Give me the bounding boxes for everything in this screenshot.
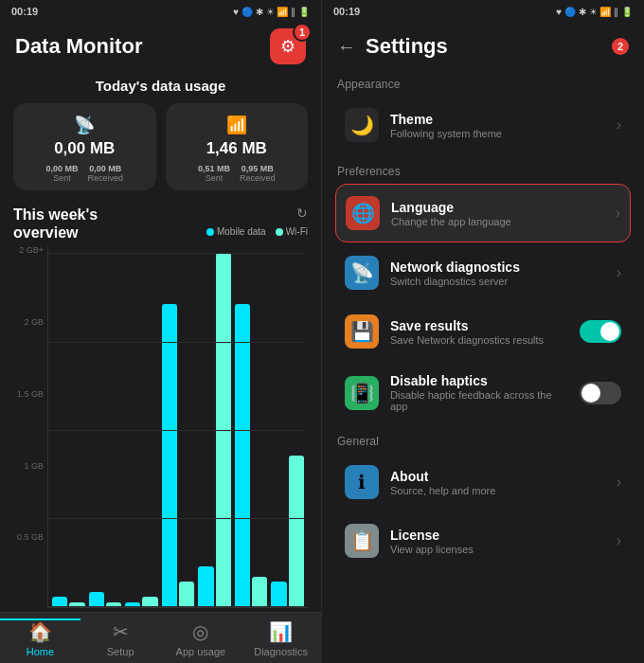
disable-haptics-name: Disable haptics <box>390 373 568 388</box>
bar-group <box>198 253 231 607</box>
theme-desc: Following system theme <box>390 128 605 139</box>
disable-haptics-text: Disable hapticsDisable haptic feedback a… <box>390 373 568 412</box>
license-desc: View app licenses <box>390 544 605 555</box>
right-panel: 00:19 ♥ 🔵 ✱ ☀ 📶 ∥ 🔋 ← Settings 2 Appeara… <box>322 0 644 663</box>
bar-mobile <box>235 304 250 607</box>
save-results-toggle[interactable] <box>580 320 621 343</box>
settings-item-save-results[interactable]: 💾Save resultsSave Network diagnostics re… <box>335 303 631 360</box>
wifi-sent-val: 0,51 MB <box>198 164 230 173</box>
settings-list: Appearance🌙ThemeFollowing system theme›P… <box>322 68 644 663</box>
setup-icon: ✂ <box>113 620 129 643</box>
appusage-icon: ◎ <box>192 620 208 643</box>
settings-item-license[interactable]: 📋LicenseView app licenses› <box>335 512 631 569</box>
bar-mobile <box>125 602 140 607</box>
settings-item-language[interactable]: 🌐LanguageChange the app language› <box>335 184 631 242</box>
mobile-card: 📡 0,00 MB 0,00 MB Sent 0,00 MB Received <box>13 103 156 190</box>
status-bar-right: 00:19 ♥ 🔵 ✱ ☀ 📶 ∥ 🔋 <box>322 0 644 21</box>
theme-text: ThemeFollowing system theme <box>390 112 605 139</box>
y-axis: 2 GB+ 2 GB 1.5 GB 1 GB 0.5 GB <box>13 245 44 608</box>
bars-area <box>47 245 308 608</box>
time-right: 00:19 <box>333 6 360 17</box>
nav-setup-label: Setup <box>107 646 134 657</box>
bar-group <box>235 253 268 607</box>
wifi-sent-label: Sent <box>206 173 224 183</box>
license-icon-wrap: 📋 <box>345 524 379 558</box>
mobile-received-label: Received <box>87 173 123 183</box>
refresh-icon[interactable]: ↻ <box>296 206 308 221</box>
nav-appusage-label: App usage <box>176 646 226 657</box>
about-chevron-icon: › <box>617 474 621 491</box>
overview-header: This week'soverview ↻ Mobile data Wi-Fi <box>0 202 321 245</box>
network-diagnostics-desc: Switch diagnostics server <box>390 276 605 287</box>
mobile-sent-label: Sent <box>53 173 71 183</box>
legend-mobile-label: Mobile data <box>217 226 266 237</box>
y-label-5: 2 GB+ <box>13 245 44 255</box>
settings-section-label: Preferences <box>335 155 631 184</box>
license-name: License <box>390 528 605 543</box>
today-label: Today's data usage <box>0 74 321 103</box>
license-text: LicenseView app licenses <box>390 528 605 555</box>
bar-group <box>89 253 122 607</box>
overview-title: This week'soverview <box>13 206 98 242</box>
disable-haptics-toggle-knob <box>581 384 600 403</box>
save-results-icon-wrap: 💾 <box>345 314 379 349</box>
badge-1: 1 <box>293 23 312 42</box>
disable-haptics-desc: Disable haptic feedback across the app <box>390 389 568 412</box>
wifi-received: 0,95 MB Received <box>240 164 276 183</box>
nav-setup[interactable]: ✂ Setup <box>80 620 161 657</box>
language-desc: Change the app language <box>391 216 604 227</box>
back-button[interactable]: ← <box>337 36 356 58</box>
mobile-sent-val: 0,00 MB <box>45 164 78 173</box>
nav-appusage[interactable]: ◎ App usage <box>161 620 242 657</box>
bar-mobile <box>89 592 104 607</box>
mobile-value: 0,00 MB <box>54 139 115 158</box>
legend-wifi: Wi-Fi <box>276 226 308 237</box>
bar-wifi <box>252 577 267 607</box>
diagnostics-icon: 📊 <box>269 620 293 643</box>
app-header: Data Monitor ⚙ 1 <box>0 21 321 74</box>
about-desc: Source, help and more <box>390 485 605 496</box>
heart-icon-left: ♥ <box>233 7 239 17</box>
home-icon: 🏠 <box>28 620 52 643</box>
settings-item-network-diagnostics[interactable]: 📡Network diagnosticsSwitch diagnostics s… <box>335 244 631 301</box>
settings-section-label: General <box>335 425 631 454</box>
gear-btn-wrap: ⚙ 1 <box>270 28 306 64</box>
bar-wifi <box>216 253 231 607</box>
nav-home[interactable]: 🏠 Home <box>0 618 80 657</box>
bar-wifi <box>142 597 157 607</box>
bottom-nav: 🏠 Home ✂ Setup ◎ App usage 📊 Diagnostics <box>0 612 321 663</box>
bar-mobile <box>198 566 213 607</box>
save-results-text: Save resultsSave Network diagnostics res… <box>390 318 568 346</box>
data-cards: 📡 0,00 MB 0,00 MB Sent 0,00 MB Received … <box>0 103 321 202</box>
network-diagnostics-text: Network diagnosticsSwitch diagnostics se… <box>390 260 605 287</box>
wifi-sent: 0,51 MB Sent <box>198 164 230 183</box>
bar-group <box>125 253 158 607</box>
wifi-icon: 📶 <box>226 115 247 135</box>
language-chevron-icon: › <box>616 205 620 222</box>
bar-group <box>162 253 195 607</box>
nav-diagnostics-label: Diagnostics <box>254 646 308 657</box>
y-label-4: 2 GB <box>13 317 44 327</box>
nav-diagnostics[interactable]: 📊 Diagnostics <box>241 620 321 657</box>
about-text: AboutSource, help and more <box>390 469 605 496</box>
disable-haptics-icon-wrap: 📳 <box>345 376 379 410</box>
disable-haptics-toggle[interactable] <box>580 382 621 404</box>
bar-wifi <box>106 602 121 607</box>
settings-item-theme[interactable]: 🌙ThemeFollowing system theme› <box>335 97 631 153</box>
bar-mobile <box>271 582 286 607</box>
wifi-sub: 0,51 MB Sent 0,95 MB Received <box>198 164 276 183</box>
mobile-sub: 0,00 MB Sent 0,00 MB Received <box>45 164 123 183</box>
wifi-card: 📶 1,46 MB 0,51 MB Sent 0,95 MB Received <box>166 103 309 190</box>
status-bar-left: 00:19 ♥ 🔵 ✱ ☀ 📶 ∥ 🔋 <box>0 0 321 21</box>
settings-item-disable-haptics[interactable]: 📳Disable hapticsDisable haptic feedback … <box>335 362 631 423</box>
legend-wifi-dot <box>276 228 283 236</box>
settings-item-about[interactable]: ℹAboutSource, help and more› <box>335 454 631 511</box>
legend-mobile-dot <box>206 228 214 236</box>
signal-icons-left: 🔵 ✱ ☀ 📶 ∥ 🔋 <box>242 7 310 17</box>
status-icons-left: ♥ 🔵 ✱ ☀ 📶 ∥ 🔋 <box>233 7 310 17</box>
settings-title: Settings <box>366 34 448 59</box>
save-results-desc: Save Network diagnostics results <box>390 334 568 346</box>
left-panel: 00:19 ♥ 🔵 ✱ ☀ 📶 ∥ 🔋 Data Monitor ⚙ 1 Tod… <box>0 0 322 663</box>
heart-icon-right: ♥ <box>556 7 562 17</box>
theme-name: Theme <box>390 112 605 127</box>
